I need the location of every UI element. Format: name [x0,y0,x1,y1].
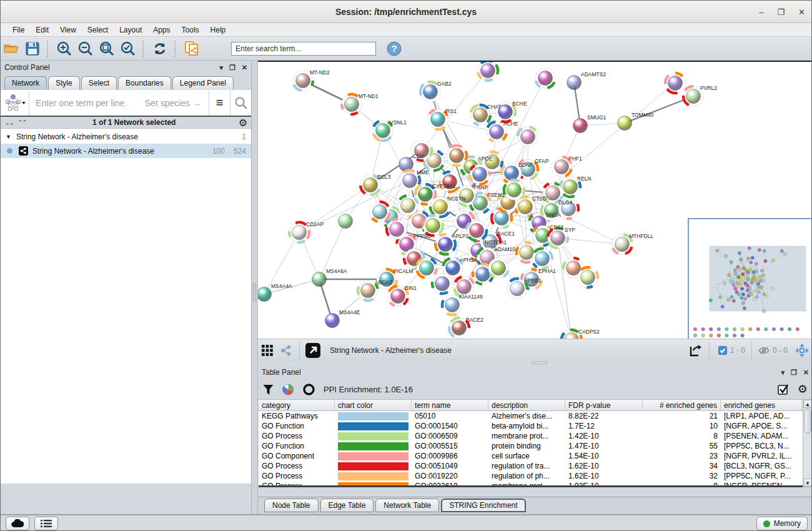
network-from-clipboard-icon[interactable] [181,39,202,58]
memory-button[interactable]: Memory [756,517,808,530]
vertical-splitter[interactable] [252,61,258,514]
string-options-menu-icon[interactable]: ≡ [209,91,230,116]
network-row-selected[interactable]: String Network - Alzheimer's disease 100… [1,144,251,158]
tree-expander-icon[interactable]: ▼ [6,134,11,140]
menu-file[interactable]: File [7,24,30,36]
pie-chart-icon[interactable] [282,384,294,395]
refresh-icon[interactable] [149,39,171,58]
menu-layout[interactable]: Layout [114,24,147,36]
network-canvas[interactable]: MT-ND2MT-ND1VSNL1GAB2IRS1CHATBCHEACHEADA… [258,61,812,339]
network-node-MS4A4E[interactable] [325,314,340,328]
network-node[interactable] [370,202,390,222]
zoom-fit-icon[interactable] [96,39,117,58]
string-search-icon[interactable] [230,91,251,116]
column-header[interactable]: term name [412,400,488,410]
table-scrollbar[interactable]: ▲ ▼ [803,399,812,487]
menu-apps[interactable]: Apps [147,24,176,36]
splitter-handle[interactable] [253,283,256,302]
panel-float-icon[interactable]: ❐ [229,64,235,72]
network-node[interactable] [339,214,353,229]
maximize-button[interactable]: ❐ [777,7,785,17]
network-node[interactable] [504,180,524,200]
scroll-down-arrow[interactable]: ▼ [803,479,812,487]
table-row[interactable]: GO ProcessGO:0051049regulation of tra...… [259,461,803,471]
network-node-SMUG1[interactable] [573,119,588,133]
expand-all-icon[interactable]: ⌃⌃ [17,119,26,127]
table-settings-gear-icon[interactable]: ⚙ [798,382,808,396]
network-collection-row[interactable]: ▼ String Network - Alzheimer's disease 1 [1,129,251,144]
search-input[interactable] [231,42,376,56]
network-node[interactable] [432,274,452,294]
network-node[interactable] [478,62,498,81]
network-node-MS4A6A[interactable] [312,272,327,287]
table-row[interactable]: KEGG Pathways05010Alzheimer's dise...8.8… [259,411,803,421]
network-node-MS4A4A[interactable] [258,287,272,302]
column-header[interactable]: enriched genes [721,400,802,410]
scroll-up-arrow[interactable]: ▲ [803,400,812,408]
panel-close-icon[interactable]: ✕ [803,369,809,377]
share-network-icon[interactable] [277,341,295,360]
network-overview-inset[interactable] [688,218,812,339]
network-node[interactable] [535,68,555,88]
help-button[interactable]: ? [384,39,405,58]
menu-view[interactable]: View [54,24,82,36]
open-in-browser-icon[interactable] [304,341,322,360]
select-all-checkbox-icon[interactable] [778,384,789,395]
network-node[interactable] [387,219,407,239]
open-session-button[interactable] [1,39,22,58]
string-query-input[interactable]: Enter one term per line. [29,98,145,108]
table-row[interactable]: GO ProcessGO:0033619membrane prot...1.93… [259,481,803,487]
cloud-tasks-button[interactable] [6,517,29,530]
table-row[interactable]: GO ComponentGO:0009986cell surface1.54E-… [259,451,803,461]
panel-close-icon[interactable]: ✕ [242,64,247,72]
collapse-all-icon[interactable]: ⌄⌄ [4,119,13,127]
column-header[interactable]: description [488,400,565,410]
export-network-icon[interactable] [686,341,705,360]
column-header[interactable]: # enriched genes [643,400,721,410]
tab-network[interactable]: Network [4,76,47,90]
network-node-TOMM40[interactable] [618,116,632,131]
tab-style[interactable]: Style [48,76,80,90]
menu-help[interactable]: Help [205,24,232,36]
table-row[interactable]: GO ProcessGO:0019220regulation of ph...1… [259,471,803,481]
panel-float-icon[interactable]: ❐ [791,369,797,377]
column-header[interactable]: category [259,400,335,410]
tab-select[interactable]: Select [81,76,117,90]
tab-node-table[interactable]: Node Table [264,499,319,512]
zoom-in-icon[interactable] [54,39,75,58]
ring-chart-icon[interactable] [303,384,315,395]
network-node[interactable] [578,267,598,287]
network-node-ADAMTS2[interactable] [567,76,582,90]
tab-network-table[interactable]: Network Table [375,499,439,512]
close-button[interactable]: ✕ [798,7,805,17]
network-node[interactable] [488,258,508,278]
table-row[interactable]: GO FunctionGO:0001540beta-amyloid bi...1… [259,421,803,431]
zoom-out-icon[interactable] [75,39,96,58]
network-node[interactable] [467,221,487,241]
menu-edit[interactable]: Edit [30,24,54,36]
minimize-button[interactable]: – [759,7,763,17]
string-logo-dropdown[interactable]: STRING [1,91,29,116]
birds-eye-navigator-icon[interactable] [793,341,811,360]
menu-select[interactable]: Select [82,24,114,36]
panel-collapse-icon[interactable]: ▾ [219,64,223,72]
set-species-hint[interactable]: Set species → [145,98,201,108]
scrollbar-thumb[interactable] [804,409,811,434]
splitter-handle[interactable] [532,362,548,364]
tab-legend-panel[interactable]: Legend Panel [172,76,234,90]
network-options-gear-icon[interactable]: ⚙ [239,117,247,129]
zoom-selected-icon[interactable] [117,39,139,58]
network-node[interactable] [417,258,437,278]
tab-string-enrichment[interactable]: STRING Enrichment [441,499,525,512]
tab-boundaries[interactable]: Boundaries [118,76,171,90]
filter-icon[interactable] [263,384,274,395]
menu-tools[interactable]: Tools [176,24,205,36]
network-node[interactable] [532,249,552,269]
task-list-button[interactable] [34,517,58,530]
tab-edge-table[interactable]: Edge Table [320,499,374,512]
network-node[interactable] [518,127,538,147]
column-header[interactable]: chart color [335,400,412,410]
table-row[interactable]: GO ProcessGO:0006509membrane prot...1.42… [259,431,803,441]
panel-collapse-icon[interactable]: ▾ [781,369,785,377]
network-node[interactable] [398,196,418,216]
